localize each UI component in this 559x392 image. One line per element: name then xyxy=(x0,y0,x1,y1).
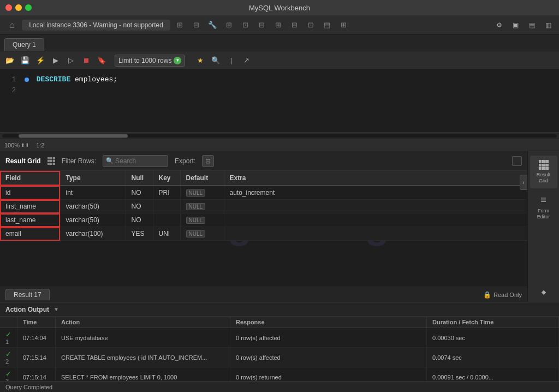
limit-select[interactable]: Limit to 1000 rows ▼ xyxy=(115,55,185,67)
search-btn[interactable]: 🔍 xyxy=(209,54,222,67)
limit-label: Limit to 1000 rows xyxy=(118,57,171,64)
result-grid-tab[interactable]: Result Grid xyxy=(5,157,41,165)
zoom-stepper-icon[interactable]: ⬆⬇ xyxy=(21,142,29,148)
result-tabs-bottom: Result 17 🔒 Read Only xyxy=(0,287,527,302)
form-editor-side-tab[interactable]: ≡ FormEditor xyxy=(530,191,557,223)
title-bar: MySQL Workbench xyxy=(0,0,559,15)
execute-current-btn[interactable]: ▷ xyxy=(64,54,78,67)
toolbar-right-icons: ⚙ ▣ ▤ ▥ xyxy=(492,19,555,32)
export-results-btn[interactable]: ↗ xyxy=(240,54,253,67)
action-row-status: ✓ 2 xyxy=(0,348,17,367)
action-table-row[interactable]: ✓ 1 07:14:04 USE mydatabase 0 row(s) aff… xyxy=(0,328,559,348)
cell-null: NO xyxy=(126,186,153,200)
select-all-checkbox[interactable] xyxy=(512,156,522,166)
result-tab-17[interactable]: Result 17 xyxy=(5,289,50,300)
ah-time: Time xyxy=(17,317,56,328)
minimize-button[interactable] xyxy=(15,4,22,11)
save-file-btn[interactable]: 💾 xyxy=(19,54,32,67)
zoom-level: 100% xyxy=(4,142,20,149)
col-header-type: Type xyxy=(60,171,126,186)
toolbar-icon-10[interactable]: ▤ xyxy=(320,18,334,32)
toolbar-icon-2[interactable]: ⊟ xyxy=(189,18,203,32)
limit-dropdown-icon: ▼ xyxy=(174,57,181,64)
action-output-header: Action Output ▼ xyxy=(0,302,559,317)
view-toggle-3[interactable]: ▥ xyxy=(542,19,555,32)
col-header-default: Default xyxy=(180,171,224,186)
success-icon: ✓ xyxy=(5,350,11,358)
close-button[interactable] xyxy=(5,4,12,11)
result-grid-side-tab[interactable]: ResultGrid xyxy=(530,156,557,188)
query-completed-bar: Query Completed xyxy=(0,381,559,392)
action-row-action: USE mydatabase xyxy=(56,328,230,348)
grid-view-icon[interactable] xyxy=(47,157,55,165)
collapse-panel-button[interactable]: › xyxy=(520,175,527,190)
cell-default: NULL xyxy=(180,227,224,241)
table-row[interactable]: email varchar(100) YES UNI NULL xyxy=(0,227,527,241)
toolbar-icon-8[interactable]: ⊟ xyxy=(287,18,301,32)
action-row-duration: 0.00030 sec xyxy=(427,328,559,348)
table-header-row: Field Type Null Key Default Extra xyxy=(0,171,527,186)
cell-key xyxy=(153,200,180,213)
cell-null: YES xyxy=(126,227,153,241)
export-label: Export: xyxy=(175,157,195,165)
home-button[interactable]: ⌂ xyxy=(4,17,20,33)
editor-line-1: DESCRIBE employees; xyxy=(25,74,559,85)
cell-extra xyxy=(224,200,527,213)
toolbar-icon-4[interactable]: ⊞ xyxy=(222,18,236,32)
cell-null: NO xyxy=(126,213,153,227)
toolbar-icon-6[interactable]: ⊟ xyxy=(254,18,269,32)
toolbar-icon-7[interactable]: ⊞ xyxy=(271,18,285,32)
action-row-response: 0 row(s) affected xyxy=(230,328,427,348)
view-toggle-1[interactable]: ▣ xyxy=(509,19,522,32)
action-table: Time Action Response Duration / Fetch Ti… xyxy=(0,317,559,381)
action-output-dropdown-icon[interactable]: ▼ xyxy=(53,306,59,312)
cell-default: NULL xyxy=(180,213,224,227)
maximize-button[interactable] xyxy=(25,4,32,11)
bookmarks-btn[interactable]: 🔖 xyxy=(95,54,108,67)
expand-collapse-icon[interactable]: ⬥ xyxy=(540,285,547,298)
action-table-row[interactable]: ✓ 3 07:15:14 SELECT * FROM employees LIM… xyxy=(0,367,559,382)
action-row-duration: 0.0074 sec xyxy=(427,348,559,367)
read-only-badge: 🔒 Read Only xyxy=(483,291,522,299)
tab-bar: Query 1 xyxy=(0,35,559,51)
toolbar-icon-9[interactable]: ⊡ xyxy=(304,18,318,32)
action-table-header: Time Action Response Duration / Fetch Ti… xyxy=(0,317,559,328)
action-table-row[interactable]: ✓ 2 07:15:14 CREATE TABLE employees ( id… xyxy=(0,348,559,367)
star-btn[interactable]: ★ xyxy=(194,54,207,67)
action-row-response: 0 row(s) returned xyxy=(230,367,427,382)
export-button[interactable]: ⊡ xyxy=(202,155,214,167)
settings-icon[interactable]: ⚙ xyxy=(492,19,506,32)
table-row[interactable]: last_name varchar(50) NO NULL xyxy=(0,213,527,227)
cell-type: varchar(50) xyxy=(60,213,126,227)
expand-collapse-control[interactable]: ⬥ xyxy=(540,285,547,298)
result-area: Result Grid Filter Rows: 🔍 Export: ⊡ xyxy=(0,151,527,302)
toolbar-icon-1[interactable]: ⊞ xyxy=(173,18,187,32)
result-grid-side-icon xyxy=(539,160,549,170)
editor-area: 1 2 DESCRIBE employees; xyxy=(0,70,559,133)
table-row[interactable]: first_name varchar(50) NO NULL xyxy=(0,200,527,213)
cell-default: NULL xyxy=(180,186,224,200)
line-numbers: 1 2 xyxy=(0,70,19,132)
ah-duration: Duration / Fetch Time xyxy=(427,317,559,328)
scroll-thumb[interactable] xyxy=(19,134,128,138)
app-title: MySQL Workbench xyxy=(249,4,310,12)
pipe-btn[interactable]: | xyxy=(224,54,237,67)
action-row-response: 0 row(s) affected xyxy=(230,348,427,367)
editor-content[interactable]: DESCRIBE employees; xyxy=(25,74,559,96)
toolbar-icon-11[interactable]: ⊞ xyxy=(336,18,350,32)
open-file-btn[interactable]: 📂 xyxy=(3,54,16,67)
read-only-label: Read Only xyxy=(493,292,522,298)
stop-btn[interactable]: ⏹ xyxy=(80,54,93,67)
query-tab-1[interactable]: Query 1 xyxy=(4,38,44,51)
horizontal-scrollbar[interactable] xyxy=(0,133,559,139)
view-toggle-2[interactable]: ▤ xyxy=(525,19,538,32)
table-row[interactable]: id int NO PRI NULL auto_increment xyxy=(0,186,527,200)
toolbar-icon-3[interactable]: 🔧 xyxy=(205,18,219,32)
zoom-control[interactable]: 100% ⬆⬇ xyxy=(4,142,29,149)
cell-key: UNI xyxy=(153,227,180,241)
action-row-time: 07:15:14 xyxy=(17,348,56,367)
cell-type: varchar(100) xyxy=(60,227,126,241)
refresh-btn[interactable]: ⚡ xyxy=(34,54,47,67)
execute-btn[interactable]: ▶ xyxy=(49,54,62,67)
toolbar-icon-5[interactable]: ⊡ xyxy=(238,18,252,32)
